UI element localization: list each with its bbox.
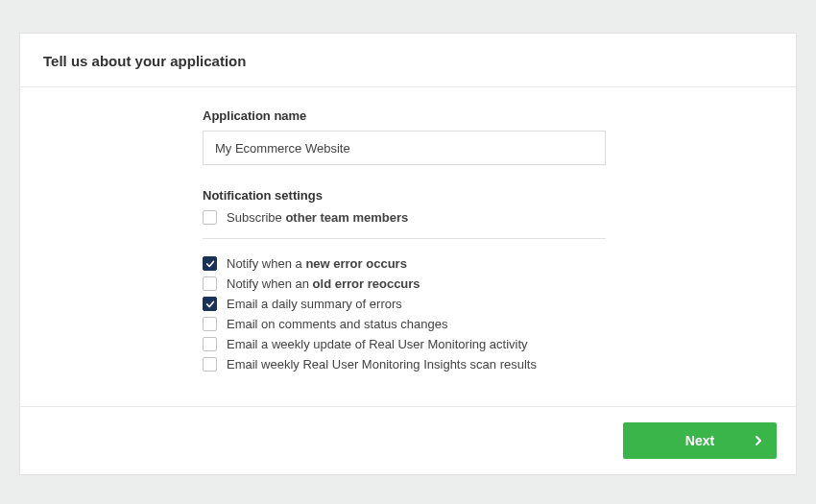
application-form-card: Tell us about your application Applicati… [19,33,797,475]
notification-settings: Notification settings Subscribe other te… [203,188,773,372]
next-button[interactable]: Next [623,422,777,459]
card-footer: Next [20,406,796,474]
notification-option-row[interactable]: Email a weekly update of Real User Monit… [203,337,773,351]
chevron-right-icon [756,433,763,448]
checkbox-icon[interactable] [203,357,217,372]
checkbox-label: Subscribe other team members [227,210,408,225]
notification-option-row[interactable]: Notify when an old error reoccurs [203,276,773,291]
notification-option-row[interactable]: Notify when a new error occurs [203,256,773,271]
notification-option-row[interactable]: Email on comments and status changes [203,317,773,331]
checkbox-icon[interactable] [203,276,217,291]
checkbox-label: Notify when a new error occurs [227,256,407,271]
checkbox-label: Email a weekly update of Real User Monit… [227,337,528,351]
checkbox-label: Email on comments and status changes [227,317,448,331]
checkbox-label: Email a daily summary of errors [227,297,402,311]
app-name-label: Application name [203,108,773,123]
card-header: Tell us about your application [20,34,796,87]
next-button-label: Next [685,433,714,448]
notification-option-row[interactable]: Email weekly Real User Monitoring Insigh… [203,357,773,372]
checkbox-label: Notify when an old error reoccurs [227,276,420,291]
checkbox-icon[interactable] [203,256,217,271]
divider [203,238,606,239]
app-name-input[interactable] [203,131,606,165]
notification-option-row[interactable]: Email a daily summary of errors [203,297,773,311]
checkbox-icon[interactable] [203,210,217,225]
checkbox-icon[interactable] [203,337,217,351]
subscribe-team-row[interactable]: Subscribe other team members [203,210,773,225]
checkbox-icon[interactable] [203,317,217,331]
notification-settings-label: Notification settings [203,188,773,203]
card-body: Application name Notification settings S… [20,87,796,406]
page-title: Tell us about your application [43,53,773,69]
checkbox-icon[interactable] [203,297,217,311]
checkbox-label: Email weekly Real User Monitoring Insigh… [227,357,537,372]
